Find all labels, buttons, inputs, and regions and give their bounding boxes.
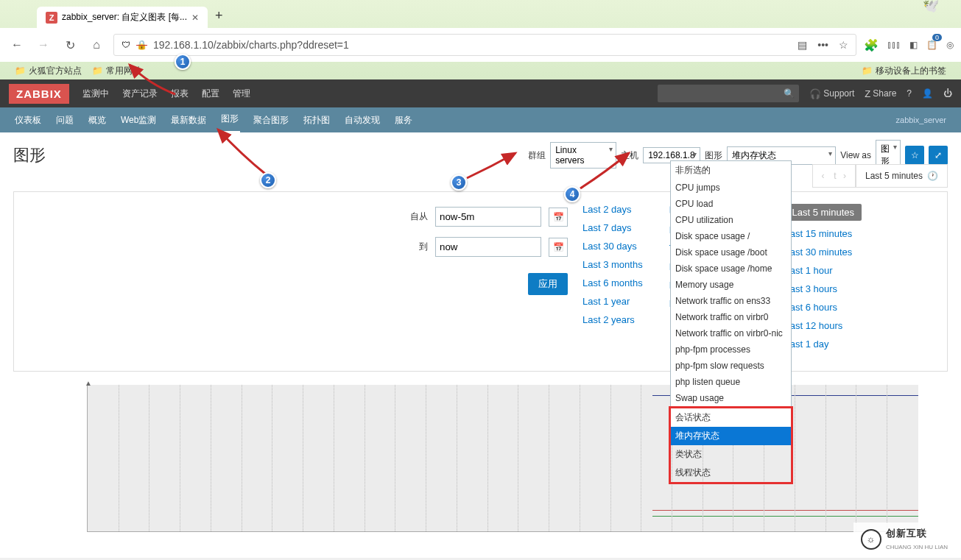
time-preset[interactable]: Last 1 year	[582, 296, 643, 307]
to-input[interactable]	[435, 237, 541, 257]
sub-menu-item[interactable]: 仪表板	[13, 108, 43, 132]
dropdown-option[interactable]: php listen queue	[671, 374, 791, 390]
main-menu-item[interactable]: 监测中	[82, 88, 109, 100]
calendar-icon[interactable]: 📅	[549, 208, 568, 227]
dropdown-option[interactable]: php-fpm slow requests	[671, 358, 791, 374]
close-tab-icon[interactable]: ✕	[191, 13, 199, 23]
more-icon[interactable]: •••	[817, 39, 828, 51]
reader-icon[interactable]: ▤	[798, 39, 807, 51]
tab-strip: Z zabbix_server: 自定义图表 [每... ✕ +	[0, 0, 961, 28]
forward-button[interactable]: →	[34, 35, 53, 54]
bookmark-icon[interactable]: ☆	[839, 39, 848, 51]
home-button[interactable]: ⌂	[87, 35, 106, 54]
dropdown-option[interactable]: 会话状态	[671, 408, 791, 427]
dropdown-option[interactable]: Disk space usage /home	[671, 260, 791, 277]
to-label: 到	[419, 241, 428, 253]
favicon: Z	[46, 12, 57, 24]
search-icon: 🔍	[784, 88, 795, 99]
time-preset[interactable]: Last 3 months	[582, 259, 643, 270]
notes-ext-icon[interactable]: 📋0	[926, 40, 937, 50]
library-icon[interactable]: ⫿⫿⫿	[887, 40, 901, 50]
dropdown-option[interactable]: Disk space usage /	[671, 228, 791, 244]
graph-label: 图形	[705, 149, 722, 162]
time-preset[interactable]: Last 1 hour	[784, 265, 862, 276]
main-menu-item[interactable]: 管理	[233, 88, 250, 100]
time-preset[interactable]: Last 7 days	[582, 222, 643, 233]
url-text: 192.168.1.10/zabbix/charts.php?ddreset=1	[153, 39, 349, 51]
zabbix-logo[interactable]: ZABBIX	[9, 84, 69, 104]
time-preset[interactable]: Last 30 minutes	[784, 247, 862, 258]
time-preset[interactable]: Last 5 minutes	[784, 204, 862, 221]
toolbar-right: 🧩 ⫿⫿⫿ ◧ 📋0 ◎	[864, 38, 954, 52]
annotation-marker: 3	[451, 174, 467, 191]
bookmark-item[interactable]: 📁 移动设备上的书签	[862, 65, 946, 77]
from-input[interactable]	[435, 207, 541, 227]
time-preset[interactable]: Last 15 minutes	[784, 228, 862, 239]
shield-icon[interactable]: 🛡	[122, 40, 130, 50]
time-range-label[interactable]: Last 5 minutes 🕐	[856, 164, 948, 188]
content-area: 图形 群组 Linux servers 主机 192.168.1.8 图形 堆内…	[0, 132, 961, 558]
page-title: 图形	[13, 144, 46, 166]
dropdown-option[interactable]: Memory usage	[671, 277, 791, 293]
zoom-out-button[interactable]: ‹ t ›	[812, 164, 856, 188]
time-preset[interactable]: Last 1 day	[784, 339, 862, 350]
main-menu-item[interactable]: 配置	[202, 88, 219, 100]
dropdown-option[interactable]: CPU utilization	[671, 212, 791, 228]
dropdown-option[interactable]: 线程状态	[671, 464, 791, 482]
sub-menu-item[interactable]: 问题	[54, 108, 75, 132]
dropdown-option[interactable]: CPU jumps	[671, 180, 791, 196]
extensions-icon[interactable]: 🧩	[864, 38, 879, 52]
watermark-text: 创新互联	[886, 527, 948, 540]
group-label: 群组	[528, 149, 546, 162]
time-custom: 自从 📅 到 📅 应用	[23, 201, 582, 362]
support-button[interactable]: 🎧Support	[809, 88, 854, 99]
bookmark-item[interactable]: 📁 火狐官方站点	[15, 65, 82, 77]
zoom-bar: ‹ t › Last 5 minutes 🕐	[812, 164, 948, 188]
dropdown-option[interactable]: Network traffic on virbr0	[671, 309, 791, 325]
dropdown-option[interactable]: Disk space usage /boot	[671, 244, 791, 260]
signout-button[interactable]: ⏻	[943, 88, 952, 99]
share-button[interactable]: ZShare	[865, 88, 896, 99]
dropdown-option[interactable]: Network traffic on ens33	[671, 293, 791, 309]
dropdown-option[interactable]: 类状态	[671, 445, 791, 464]
sidebar-icon[interactable]: ◧	[909, 40, 918, 50]
browser-tab[interactable]: Z zabbix_server: 自定义图表 [每... ✕	[37, 7, 208, 28]
graph-dropdown[interactable]: 非所选的CPU jumpsCPU loadCPU utilizationDisk…	[670, 160, 792, 440]
favorite-button[interactable]: ☆	[905, 146, 924, 165]
time-preset[interactable]: Last 6 hours	[784, 302, 862, 313]
server-name: zabbix_server	[895, 110, 948, 130]
dropdown-option[interactable]: 堆内存状态	[671, 427, 791, 445]
tab-title: zabbix_server: 自定义图表 [每...	[62, 11, 187, 24]
dropdown-option[interactable]: Swap usage	[671, 390, 791, 406]
sub-menu-item[interactable]: 拓扑图	[302, 108, 331, 132]
apply-button[interactable]: 应用	[528, 273, 568, 295]
watermark-sub: CHUANG XIN HU LIAN	[886, 544, 948, 550]
sub-menu-item[interactable]: Web监测	[119, 108, 158, 132]
time-preset[interactable]: Last 12 hours	[784, 320, 862, 331]
sub-menu-item[interactable]: 概览	[87, 108, 108, 132]
dropdown-option[interactable]: 非所选的	[671, 161, 791, 180]
time-preset[interactable]: Last 3 hours	[784, 283, 862, 294]
time-preset[interactable]: Last 6 months	[582, 277, 643, 288]
theme-decoration: 🕊️	[923, 0, 939, 14]
sub-menu-item[interactable]: 自动发现	[343, 108, 381, 132]
calendar-icon[interactable]: 📅	[549, 238, 568, 257]
address-bar[interactable]: 🛡 🔒 192.168.1.10/zabbix/charts.php?ddres…	[113, 34, 856, 56]
help-button[interactable]: ?	[907, 88, 912, 99]
dropdown-option[interactable]: CPU load	[671, 196, 791, 212]
time-preset[interactable]: Last 30 days	[582, 241, 643, 252]
user-button[interactable]: 👤	[922, 88, 933, 99]
dropdown-option[interactable]: Network traffic on virbr0-nic	[671, 325, 791, 341]
header-actions: 🎧Support ZShare ? 👤 ⏻	[809, 88, 952, 99]
sub-menu-item[interactable]: 最新数据	[169, 108, 208, 132]
fullscreen-button[interactable]: ⤢	[929, 146, 948, 165]
dropdown-option[interactable]: php-fpm processes	[671, 341, 791, 358]
time-preset[interactable]: Last 2 years	[582, 314, 643, 325]
ext-icon[interactable]: ◎	[946, 40, 954, 50]
back-button[interactable]: ←	[7, 35, 27, 54]
reload-button[interactable]: ↻	[60, 35, 80, 54]
search-input[interactable]: 🔍	[658, 85, 799, 102]
sub-menu-item[interactable]: 服务	[393, 108, 414, 132]
time-preset[interactable]: Last 2 days	[582, 204, 643, 215]
new-tab-button[interactable]: +	[208, 4, 230, 28]
